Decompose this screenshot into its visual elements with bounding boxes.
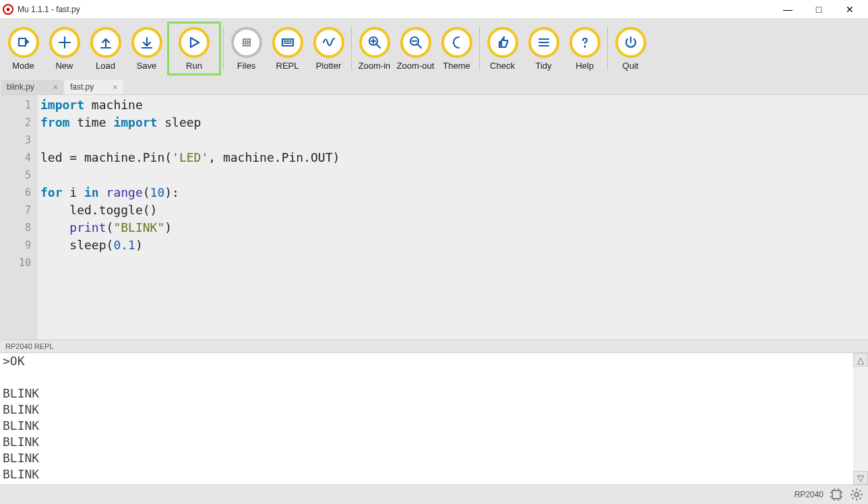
code-line[interactable]: led.toggle()	[40, 201, 868, 219]
repl-pane: >OK BLINKBLINKBLINKBLINKBLINKBLINKBLINK …	[0, 353, 868, 485]
code-line[interactable]: from time import sleep	[40, 114, 868, 131]
svg-point-0	[7, 7, 10, 11]
code-area[interactable]: import machinefrom time import sleep led…	[38, 95, 868, 340]
power-icon	[615, 27, 646, 58]
code-line[interactable]: for i in range(10):	[40, 184, 868, 201]
mode-icon	[8, 27, 39, 58]
scroll-up-icon[interactable]: △	[853, 353, 868, 367]
repl-line: BLINK	[3, 402, 850, 418]
zoom-in-icon	[359, 27, 390, 58]
repl-output[interactable]: >OK BLINKBLINKBLINKBLINKBLINKBLINKBLINK	[0, 353, 853, 484]
check-button[interactable]: Check	[482, 22, 523, 75]
close-icon[interactable]: ✕	[53, 82, 58, 92]
code-line[interactable]	[40, 131, 868, 149]
toolbar: ModeNewLoadSaveRunFilesREPLPlotterZoom-i…	[0, 19, 868, 78]
zoom-out-button[interactable]: Zoom-out	[395, 22, 436, 75]
tool-label: Files	[237, 61, 255, 71]
tool-label: Mode	[12, 61, 34, 71]
toolbar-divider	[223, 27, 224, 70]
play-icon	[179, 27, 210, 58]
tool-label: Zoom-out	[397, 61, 435, 71]
plus-icon	[49, 27, 80, 58]
tool-label: Plotter	[316, 61, 342, 71]
new-button[interactable]: New	[44, 22, 85, 75]
thumb-icon	[487, 27, 518, 58]
wave-icon	[313, 27, 344, 58]
tabs: blink.py✕fast.py✕	[0, 78, 868, 94]
repl-line	[3, 369, 850, 385]
window-title: Mu 1.1.1 - fast.py	[18, 5, 80, 14]
window-controls: — □ ✕	[772, 0, 865, 19]
repl-line: BLINK	[3, 434, 850, 450]
line-gutter: 12345678910	[0, 95, 38, 340]
line-number: 7	[0, 201, 31, 219]
app-icon	[3, 4, 13, 15]
tab-blink-py[interactable]: blink.py✕	[1, 80, 63, 94]
code-line[interactable]: print("BLINK")	[40, 219, 868, 237]
save-button[interactable]: Save	[126, 22, 167, 75]
repl-scrollbar[interactable]: △ ▽	[853, 353, 868, 484]
tool-label: Quit	[623, 61, 639, 71]
gear-icon[interactable]	[849, 487, 864, 502]
tab-label: fast.py	[70, 82, 94, 92]
tab-label: blink.py	[7, 82, 34, 92]
scroll-down-icon[interactable]: ▽	[853, 471, 868, 484]
load-button[interactable]: Load	[85, 22, 126, 75]
zoom-in-button[interactable]: Zoom-in	[354, 22, 395, 75]
line-number: 8	[0, 219, 31, 237]
chip-icon	[231, 27, 262, 58]
toolbar-divider	[479, 27, 480, 70]
tidy-button[interactable]: Tidy	[523, 22, 564, 75]
repl-line: BLINK	[3, 466, 850, 482]
close-icon[interactable]: ✕	[113, 82, 117, 92]
tool-label: Help	[576, 61, 594, 71]
toolbar-divider	[351, 27, 352, 70]
close-window-button[interactable]: ✕	[834, 0, 865, 19]
statusbar: RP2040	[0, 485, 868, 504]
maximize-button[interactable]: □	[803, 0, 834, 19]
line-number: 4	[0, 149, 31, 166]
repl-button[interactable]: REPL	[267, 22, 308, 75]
download-icon	[131, 27, 162, 58]
editor: 12345678910 import machinefrom time impo…	[0, 94, 868, 340]
keyboard-icon	[272, 27, 303, 58]
repl-line: BLINK	[3, 385, 850, 402]
mode-button[interactable]: Mode	[3, 22, 44, 75]
toolbar-divider	[607, 27, 608, 70]
code-line[interactable]: led = machine.Pin('LED', machine.Pin.OUT…	[40, 149, 868, 166]
repl-line: BLINK	[3, 450, 850, 466]
moon-icon	[441, 27, 472, 58]
line-number: 1	[0, 96, 31, 114]
plotter-button[interactable]: Plotter	[308, 22, 349, 75]
tool-label: Zoom-in	[359, 61, 391, 71]
line-number: 5	[0, 166, 31, 184]
quit-button[interactable]: Quit	[610, 22, 651, 75]
tool-label: Theme	[443, 61, 470, 71]
code-line[interactable]	[40, 254, 868, 272]
minimize-button[interactable]: —	[772, 0, 803, 19]
tab-fast-py[interactable]: fast.py✕	[65, 80, 123, 94]
code-line[interactable]	[40, 166, 868, 184]
tool-label: Save	[137, 61, 157, 71]
repl-line: BLINK	[3, 482, 850, 484]
theme-button[interactable]: Theme	[436, 22, 477, 75]
code-line[interactable]: sleep(0.1)	[40, 237, 868, 254]
question-icon	[569, 27, 600, 58]
tool-label: Check	[490, 61, 515, 71]
files-button[interactable]: Files	[226, 22, 267, 75]
repl-title: RP2040 REPL	[0, 340, 868, 353]
tool-label: Run	[186, 61, 202, 71]
chip-icon[interactable]	[829, 487, 844, 502]
line-number: 9	[0, 237, 31, 254]
line-number: 6	[0, 184, 31, 201]
help-button[interactable]: Help	[564, 22, 605, 75]
titlebar: Mu 1.1.1 - fast.py — □ ✕	[0, 0, 868, 19]
zoom-out-icon	[400, 27, 431, 58]
upload-icon	[90, 27, 121, 58]
code-line[interactable]: import machine	[40, 96, 868, 114]
tool-label: REPL	[276, 61, 299, 71]
run-button[interactable]: Run	[167, 22, 221, 75]
repl-line: BLINK	[3, 418, 850, 434]
svg-rect-1	[832, 491, 840, 499]
tool-label: New	[55, 61, 73, 71]
